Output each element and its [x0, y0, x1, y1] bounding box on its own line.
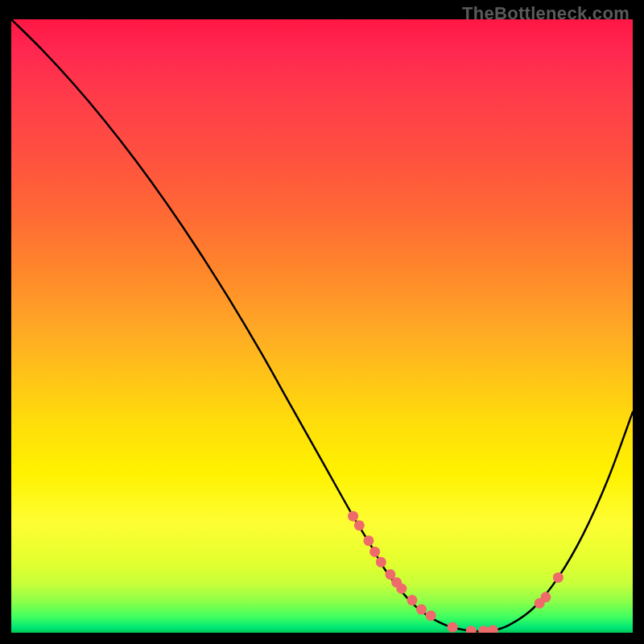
data-point-marker: [348, 511, 358, 522]
data-point-marker: [488, 625, 498, 633]
chart-plot-area: [11, 19, 633, 633]
data-point-marker: [416, 605, 427, 615]
bottleneck-curve: [11, 19, 633, 632]
data-point-marker: [426, 610, 436, 621]
chart-frame: [11, 19, 633, 633]
data-point-marker: [369, 547, 380, 557]
chart-curve-group: [11, 19, 633, 633]
data-point-marker: [363, 535, 374, 546]
data-point-marker: [553, 572, 564, 583]
data-point-marker: [466, 625, 477, 633]
data-point-marker: [448, 622, 458, 633]
data-point-marker: [540, 592, 551, 602]
data-point-marker: [376, 557, 386, 568]
data-point-marker: [407, 595, 417, 605]
data-point-marker: [396, 584, 407, 594]
data-point-marker: [354, 520, 365, 530]
chart-marker-group: [348, 511, 564, 633]
data-point-marker: [478, 625, 489, 633]
chart-svg: [11, 19, 633, 633]
watermark-label: TheBottleneck.com: [462, 3, 630, 24]
